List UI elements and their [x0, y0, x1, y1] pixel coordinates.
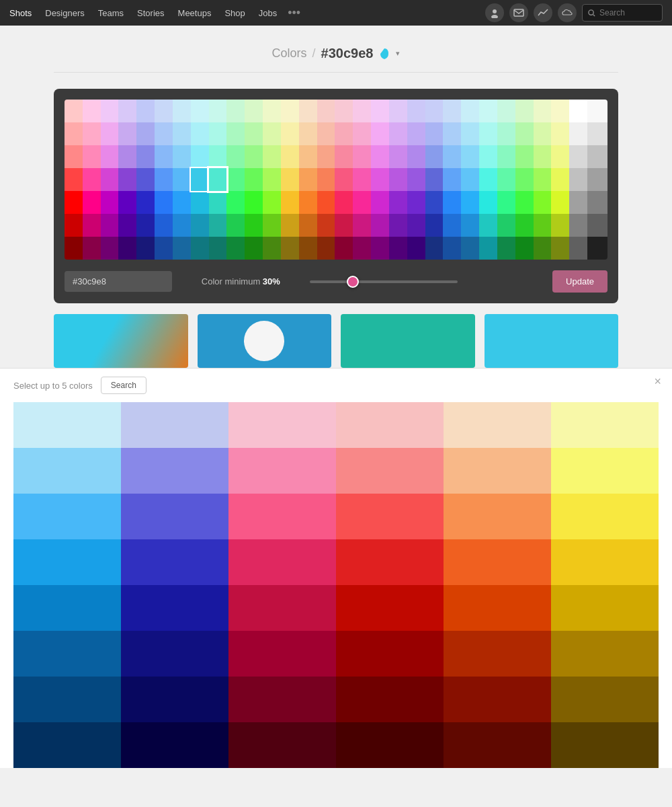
top-color-cell[interactable]	[551, 145, 569, 168]
top-color-cell[interactable]	[281, 214, 299, 237]
top-color-cell[interactable]	[534, 100, 552, 122]
top-color-cell[interactable]	[65, 122, 83, 145]
top-color-cell[interactable]	[497, 237, 515, 260]
top-color-cell[interactable]	[173, 145, 191, 168]
top-color-cell[interactable]	[407, 100, 425, 122]
top-color-cell[interactable]	[245, 168, 263, 191]
bottom-color-cell[interactable]	[13, 631, 121, 677]
top-color-cell[interactable]	[118, 100, 136, 122]
shot-thumb-1[interactable]	[54, 314, 188, 368]
top-color-cell[interactable]	[353, 168, 371, 191]
nav-stories[interactable]: Stories	[130, 0, 171, 26]
top-color-cell[interactable]	[317, 100, 335, 122]
top-color-cell[interactable]	[101, 145, 119, 168]
top-color-cell[interactable]	[281, 168, 299, 191]
top-color-cell[interactable]	[226, 100, 245, 122]
top-color-cell[interactable]	[226, 214, 245, 237]
top-color-cell[interactable]	[479, 145, 497, 168]
bottom-color-cell[interactable]	[444, 539, 551, 585]
top-color-cell[interactable]	[569, 168, 587, 191]
top-color-cell[interactable]	[515, 168, 534, 191]
top-color-cell[interactable]	[101, 122, 119, 145]
top-color-cell[interactable]	[389, 145, 407, 168]
top-color-cell[interactable]	[587, 168, 607, 191]
shot-thumb-3[interactable]	[341, 314, 475, 368]
cloud-icon[interactable]	[558, 3, 577, 22]
top-color-cell[interactable]	[515, 122, 534, 145]
top-color-cell[interactable]	[389, 214, 407, 237]
top-color-cell[interactable]	[191, 214, 209, 237]
top-color-cell[interactable]	[443, 237, 461, 260]
top-color-cell[interactable]	[479, 100, 497, 122]
top-color-cell[interactable]	[209, 214, 227, 237]
top-color-cell[interactable]	[551, 168, 569, 191]
top-color-cell[interactable]	[209, 100, 227, 122]
top-color-cell[interactable]	[191, 191, 209, 214]
top-color-cell[interactable]	[443, 122, 461, 145]
overlay-search-button[interactable]: Search	[101, 377, 146, 394]
top-color-cell[interactable]	[515, 100, 534, 122]
top-color-cell[interactable]	[353, 214, 371, 237]
shot-thumb-4[interactable]	[485, 314, 619, 368]
hex-input[interactable]: #30c9e8	[65, 271, 172, 292]
top-color-cell[interactable]	[173, 191, 191, 214]
top-color-cell[interactable]	[173, 237, 191, 260]
top-color-cell[interactable]	[461, 100, 479, 122]
bottom-color-cell[interactable]	[444, 585, 551, 631]
bottom-color-cell[interactable]	[336, 631, 444, 677]
bottom-color-cell[interactable]	[228, 677, 336, 722]
top-color-cell[interactable]	[209, 168, 227, 191]
top-color-cell[interactable]	[245, 145, 263, 168]
bottom-color-cell[interactable]	[444, 631, 551, 677]
top-color-cell[interactable]	[425, 100, 444, 122]
top-color-cell[interactable]	[263, 122, 281, 145]
top-color-cell[interactable]	[263, 100, 281, 122]
top-color-cell[interactable]	[136, 100, 155, 122]
top-color-cell[interactable]	[83, 145, 101, 168]
nav-jobs[interactable]: Jobs	[252, 0, 284, 26]
top-color-cell[interactable]	[479, 191, 497, 214]
top-color-cell[interactable]	[226, 168, 245, 191]
top-color-cell[interactable]	[353, 122, 371, 145]
top-color-cell[interactable]	[389, 122, 407, 145]
top-color-cell[interactable]	[371, 191, 389, 214]
top-color-cell[interactable]	[118, 122, 136, 145]
top-color-cell[interactable]	[407, 191, 425, 214]
top-color-cell[interactable]	[335, 237, 353, 260]
top-color-cell[interactable]	[335, 191, 353, 214]
top-color-cell[interactable]	[443, 145, 461, 168]
top-color-cell[interactable]	[317, 214, 335, 237]
top-color-cell[interactable]	[155, 237, 173, 260]
nav-teams[interactable]: Teams	[91, 0, 130, 26]
bottom-color-cell[interactable]	[13, 539, 121, 585]
top-color-cell[interactable]	[281, 237, 299, 260]
top-color-cell[interactable]	[569, 191, 587, 214]
top-color-cell[interactable]	[443, 100, 461, 122]
top-color-cell[interactable]	[479, 237, 497, 260]
top-color-cell[interactable]	[317, 122, 335, 145]
top-color-cell[interactable]	[497, 145, 515, 168]
top-color-cell[interactable]	[335, 214, 353, 237]
top-color-cell[interactable]	[118, 237, 136, 260]
top-color-cell[interactable]	[515, 191, 534, 214]
top-color-cell[interactable]	[479, 168, 497, 191]
top-color-cell[interactable]	[443, 168, 461, 191]
top-color-cell[interactable]	[497, 122, 515, 145]
top-color-cell[interactable]	[155, 168, 173, 191]
top-color-cell[interactable]	[587, 100, 607, 122]
top-color-cell[interactable]	[335, 122, 353, 145]
top-color-cell[interactable]	[245, 191, 263, 214]
top-color-cell[interactable]	[461, 214, 479, 237]
top-color-cell[interactable]	[569, 214, 587, 237]
bottom-color-cell[interactable]	[228, 631, 336, 677]
bottom-color-cell[interactable]	[336, 722, 444, 768]
top-color-cell[interactable]	[407, 145, 425, 168]
top-color-cell[interactable]	[173, 100, 191, 122]
top-color-cell[interactable]	[425, 168, 444, 191]
bottom-color-cell[interactable]	[551, 494, 659, 539]
bottom-color-cell[interactable]	[551, 539, 659, 585]
top-color-cell[interactable]	[587, 145, 607, 168]
top-color-cell[interactable]	[407, 237, 425, 260]
top-color-cell[interactable]	[299, 214, 317, 237]
top-color-cell[interactable]	[155, 145, 173, 168]
